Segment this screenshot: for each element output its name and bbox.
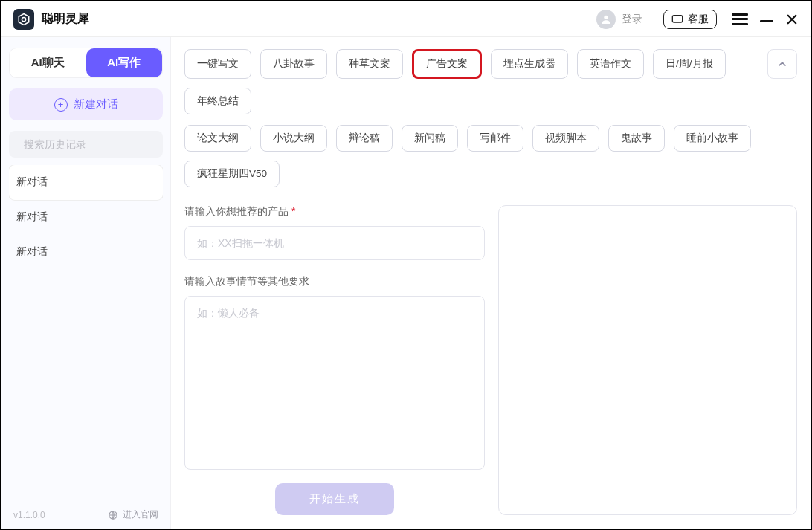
collapse-templates-button[interactable]	[767, 49, 797, 79]
template-chip[interactable]: 年终总结	[184, 88, 251, 114]
version-label: v1.1.0.0	[13, 510, 45, 520]
new-conversation-label: 新建对话	[74, 97, 118, 112]
product-input[interactable]	[197, 237, 472, 249]
template-chip[interactable]: 辩论稿	[336, 125, 393, 152]
template-chip[interactable]: 新闻稿	[402, 125, 458, 152]
login-link[interactable]: 登录	[622, 13, 642, 26]
template-chip[interactable]: 视频脚本	[532, 125, 599, 152]
template-chip[interactable]: 埋点生成器	[491, 49, 568, 79]
form-column: 请输入你想推荐的产品* 请输入故事情节等其他要求 开始生成	[184, 205, 485, 515]
template-chip[interactable]: 写邮件	[467, 125, 523, 152]
minimize-button[interactable]	[760, 16, 773, 22]
template-chip[interactable]: 种草文案	[336, 49, 403, 79]
history-item[interactable]: 新对话	[9, 235, 163, 270]
titlebar: 聪明灵犀 登录 客服	[1, 1, 811, 37]
sidebar: AI聊天 AI写作 + 新建对话 新对话 新对话 新对话 v1.1.0.0 进入…	[1, 37, 171, 529]
official-site-label: 进入官网	[123, 508, 158, 521]
avatar-icon[interactable]	[596, 10, 616, 29]
official-site-link[interactable]: 进入官网	[108, 508, 158, 521]
plus-icon: +	[54, 98, 68, 112]
template-chip[interactable]: 疯狂星期四V50	[184, 161, 280, 187]
template-chip[interactable]: 论文大纲	[184, 125, 251, 152]
menu-icon[interactable]	[732, 13, 748, 25]
output-panel	[498, 205, 797, 515]
history-list: 新对话 新对话 新对话	[9, 165, 163, 504]
close-button[interactable]	[785, 13, 799, 26]
template-chip[interactable]: 八卦故事	[260, 49, 327, 79]
main-panel: 一键写文八卦故事种草文案广告文案埋点生成器英语作文日/周/月报年终总结 论文大纲…	[171, 37, 811, 529]
other-label: 请输入故事情节等其他要求	[184, 275, 485, 288]
svg-point-1	[22, 17, 25, 21]
app-logo	[13, 9, 34, 30]
support-icon	[671, 14, 683, 25]
template-chip[interactable]: 鬼故事	[608, 125, 665, 152]
template-chip[interactable]: 英语作文	[577, 49, 644, 79]
product-input-wrap	[184, 226, 485, 260]
new-conversation-button[interactable]: + 新建对话	[9, 88, 163, 120]
support-label: 客服	[688, 13, 709, 26]
history-item[interactable]: 新对话	[9, 165, 163, 200]
search-input[interactable]	[24, 138, 154, 150]
template-chip[interactable]: 一键写文	[184, 49, 251, 79]
template-chip[interactable]: 日/周/月报	[653, 49, 726, 79]
tab-ai-write[interactable]: AI写作	[86, 48, 163, 77]
chevron-up-icon	[776, 58, 788, 70]
tab-ai-chat[interactable]: AI聊天	[10, 48, 86, 77]
template-chip[interactable]: 小说大纲	[260, 125, 327, 152]
history-item[interactable]: 新对话	[9, 200, 163, 235]
svg-point-2	[604, 15, 608, 19]
template-chip[interactable]: 广告文案	[412, 49, 482, 79]
svg-marker-0	[19, 13, 29, 25]
sidebar-mode-tabs: AI聊天 AI写作	[9, 48, 163, 78]
other-textarea[interactable]	[184, 296, 485, 470]
globe-icon	[108, 510, 118, 520]
generate-button[interactable]: 开始生成	[275, 483, 394, 515]
app-name: 聪明灵犀	[42, 11, 89, 27]
template-chip[interactable]: 睡前小故事	[674, 125, 751, 152]
product-label: 请输入你想推荐的产品*	[184, 205, 485, 219]
support-button[interactable]: 客服	[663, 10, 717, 29]
search-box[interactable]	[9, 131, 163, 158]
template-chips: 一键写文八卦故事种草文案广告文案埋点生成器英语作文日/周/月报年终总结 论文大纲…	[184, 49, 757, 187]
